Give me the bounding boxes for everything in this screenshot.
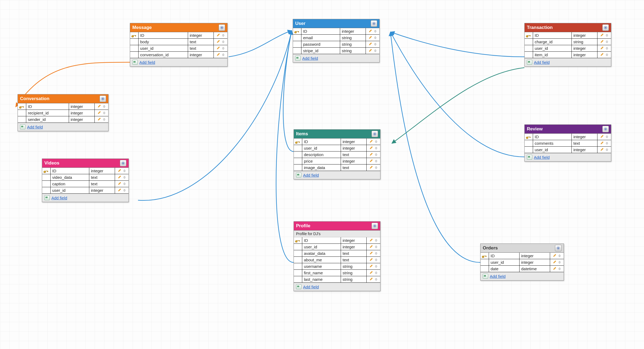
edit-field-icon[interactable] (369, 238, 373, 243)
entity-header[interactable]: Items (294, 130, 380, 139)
field-name[interactable]: user_id (51, 187, 89, 193)
edit-field-icon[interactable] (600, 46, 604, 51)
field-name[interactable]: stripe_id (301, 48, 340, 54)
entity-settings-icon[interactable] (602, 24, 609, 31)
add-field-row[interactable]: Add field (130, 58, 227, 66)
field-name[interactable]: username (302, 263, 341, 269)
primary-key-cell[interactable] (130, 45, 139, 51)
field-row[interactable]: ID integer (525, 134, 611, 140)
entity-settings-icon[interactable] (602, 126, 609, 132)
field-name[interactable]: email (301, 35, 340, 41)
primary-key-cell[interactable] (525, 140, 533, 146)
field-row[interactable]: user_id integer (525, 45, 611, 52)
field-row[interactable]: first_name string (294, 270, 380, 276)
entity-settings-icon[interactable] (120, 160, 126, 166)
primary-key-cell[interactable] (294, 139, 302, 145)
add-field-link[interactable]: Add field (139, 60, 155, 65)
entity-user[interactable]: User ID integer email string password st… (293, 19, 380, 62)
field-type[interactable]: integer (572, 147, 597, 153)
reorder-icon[interactable] (606, 47, 608, 50)
edit-field-icon[interactable] (553, 266, 557, 271)
edit-field-icon[interactable] (216, 52, 220, 57)
edit-field-icon[interactable] (369, 271, 373, 275)
reorder-icon[interactable] (123, 189, 126, 192)
reorder-icon[interactable] (606, 34, 608, 37)
field-row[interactable]: body text (130, 39, 227, 45)
field-row[interactable]: sender_id integer (18, 116, 108, 123)
field-row[interactable]: ID integer (525, 32, 611, 39)
reorder-icon[interactable] (375, 278, 377, 281)
edit-field-icon[interactable] (600, 141, 604, 146)
field-row[interactable]: email string (293, 35, 379, 41)
primary-key-cell[interactable] (525, 147, 533, 153)
field-row[interactable]: user_id integer (481, 259, 564, 266)
field-type[interactable]: text (572, 140, 597, 146)
field-type[interactable]: integer (340, 28, 366, 34)
field-name[interactable]: comments (533, 140, 572, 146)
field-name[interactable]: ID (51, 168, 89, 174)
primary-key-cell[interactable] (293, 35, 301, 41)
reorder-icon[interactable] (375, 245, 377, 249)
field-name[interactable]: ID (301, 28, 340, 34)
field-type[interactable]: string (341, 263, 367, 269)
entity-header[interactable]: Orders (481, 244, 564, 253)
add-field-link[interactable]: Add field (302, 56, 318, 61)
field-type[interactable]: integer (69, 103, 95, 110)
add-field-link[interactable]: Add field (27, 125, 43, 129)
field-type[interactable]: integer (89, 168, 115, 174)
reorder-icon[interactable] (375, 252, 377, 255)
primary-key-cell[interactable] (42, 181, 51, 187)
field-type[interactable]: integer (188, 32, 214, 38)
reorder-icon[interactable] (374, 29, 377, 33)
field-type[interactable]: text (341, 250, 367, 256)
reorder-icon[interactable] (103, 105, 106, 108)
edit-field-icon[interactable] (369, 152, 373, 157)
field-row[interactable]: about_me text (294, 257, 380, 263)
edit-field-icon[interactable] (97, 111, 101, 115)
field-type[interactable]: integer (89, 187, 115, 193)
reorder-icon[interactable] (222, 34, 225, 37)
add-field-link[interactable]: Add field (490, 274, 505, 279)
reorder-icon[interactable] (558, 267, 561, 271)
reorder-icon[interactable] (103, 111, 106, 115)
edit-field-icon[interactable] (369, 146, 373, 150)
entity-conversation[interactable]: Conversation ID integer recipient_id int… (18, 94, 109, 131)
field-row[interactable]: conversation_id integer (130, 52, 227, 58)
field-type[interactable]: integer (341, 145, 367, 151)
add-field-link[interactable]: Add field (303, 173, 319, 177)
edit-field-icon[interactable] (600, 33, 604, 38)
reorder-icon[interactable] (606, 135, 608, 139)
add-field-link[interactable]: Add field (51, 196, 67, 200)
field-type[interactable]: integer (572, 52, 597, 58)
field-name[interactable]: about_me (302, 257, 341, 263)
entity-transaction[interactable]: Transaction ID integer charge_id string … (524, 23, 611, 67)
edit-field-icon[interactable] (369, 42, 372, 47)
field-name[interactable]: body (139, 39, 188, 45)
field-row[interactable]: avatar_data text (294, 250, 380, 257)
field-name[interactable]: ID (26, 103, 69, 110)
edit-field-icon[interactable] (553, 253, 557, 258)
field-type[interactable]: string (572, 39, 597, 45)
field-row[interactable]: ID integer (481, 253, 564, 259)
field-row[interactable]: charge_id string (525, 39, 611, 45)
field-type[interactable]: text (341, 164, 367, 171)
reorder-icon[interactable] (374, 36, 377, 40)
field-name[interactable]: first_name (302, 270, 341, 276)
edit-field-icon[interactable] (369, 251, 373, 256)
entity-settings-icon[interactable] (219, 24, 225, 31)
edit-field-icon[interactable] (369, 264, 373, 269)
reorder-icon[interactable] (123, 182, 126, 186)
field-name[interactable]: date (489, 266, 520, 272)
field-type[interactable]: string (340, 41, 366, 47)
edit-field-icon[interactable] (216, 33, 220, 38)
field-type[interactable]: text (341, 257, 367, 263)
field-type[interactable]: integer (69, 110, 95, 116)
reorder-icon[interactable] (606, 40, 608, 44)
add-field-link[interactable]: Add field (534, 155, 550, 160)
entity-settings-icon[interactable] (555, 245, 561, 251)
field-row[interactable]: recipient_id integer (18, 110, 108, 116)
primary-key-cell[interactable] (294, 164, 302, 171)
entity-header[interactable]: User (293, 19, 379, 28)
primary-key-cell[interactable] (481, 259, 489, 265)
field-type[interactable]: integer (341, 237, 367, 243)
